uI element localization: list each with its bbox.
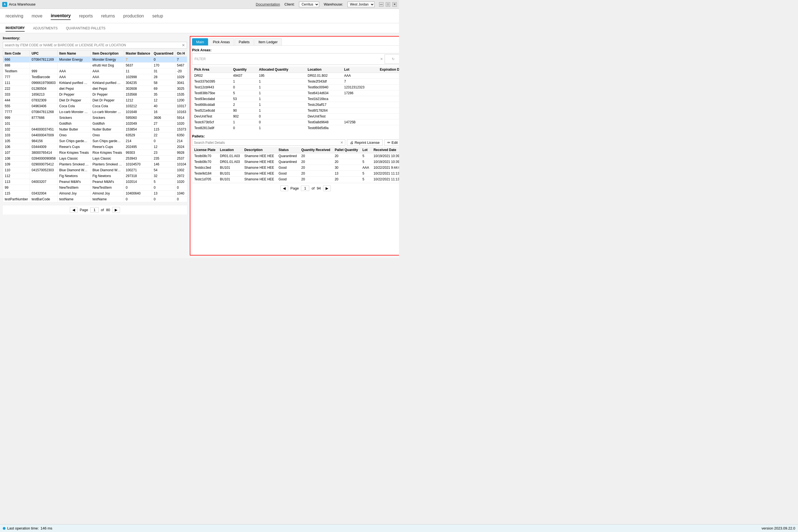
pallet-prev-page-button[interactable]: ◀	[280, 185, 288, 191]
table-row[interactable]: 109029000075412Planters Smoked AlmondsPl…	[3, 162, 187, 167]
close-button[interactable]: ✕	[392, 2, 397, 7]
pt-col-pallet-qty: Pallet Quantity	[332, 147, 360, 153]
table-row[interactable]: Testc1d705BU101Shamone HEE HEEGood202051…	[192, 176, 399, 182]
table-row[interactable]: Testb08c70DR01.01.A03Shamone HEE HEEQuar…	[192, 153, 399, 159]
pallet-page-input[interactable]	[301, 186, 309, 191]
tab-item-ledger[interactable]: Item Ledger	[254, 38, 282, 45]
table-row[interactable]: 55504963406Coca ColaCoca Cola10321240103…	[3, 103, 187, 109]
pt-col-location: Location	[218, 147, 242, 153]
table-row[interactable]: 11503432004Almond JoyAlmond Joy104006401…	[3, 191, 187, 196]
nav-returns[interactable]: returns	[101, 13, 115, 20]
maximize-button[interactable]: □	[386, 2, 390, 7]
pallet-search-container: ✕	[192, 139, 345, 146]
right-panel: Main Pick Areas Pallets Item Ledger Pick…	[190, 36, 399, 255]
nav-production[interactable]: production	[123, 13, 144, 20]
table-row[interactable]: 44407832309Diet Dr PepperDiet Dr Pepper1…	[3, 97, 187, 103]
table-row[interactable]: 1080284000090858Lays ClassicLays Classic…	[3, 156, 187, 162]
warehouse-select[interactable]: West Jordan	[347, 2, 375, 7]
table-row[interactable]: 11304003207Peanut M&M'sPeanut M&M's10201…	[3, 179, 187, 185]
table-row[interactable]: 22201280504diet Pepsidiet Pepsi302608693…	[3, 86, 187, 92]
title-bar: A Arca Warehouse Documentation Client: C…	[0, 0, 399, 9]
pt-col-license: License Plate	[192, 147, 218, 153]
table-row[interactable]: testPartNumbertestBarCodetestNametestNam…	[3, 196, 187, 202]
subnav-adjustments[interactable]: ADJUSTMENTS	[33, 25, 58, 31]
tab-pallets[interactable]: Pallets	[235, 38, 254, 45]
table-row[interactable]: DR0249437195DR02.01.B02AAA	[192, 73, 399, 79]
recal-icon: ↻	[387, 57, 399, 61]
table-row[interactable]: 1110966619756803Kirkland purified waterK…	[3, 80, 187, 86]
table-row[interactable]: Test82813a9f01Testd69d5d9a	[192, 125, 399, 131]
minimize-button[interactable]: —	[379, 2, 383, 7]
col-onh: On H	[175, 51, 187, 57]
subnav-inventory[interactable]: INVENTORY	[5, 25, 25, 32]
pallet-toolbar: ✕ 🖨 Reprint License ✏ Edit + New	[192, 139, 399, 146]
table-row[interactable]: 112Fig NewtonsFig Newtons297318322972	[3, 173, 187, 179]
page-input[interactable]	[90, 207, 99, 212]
tabs-bar: Main Pick Areas Pallets Item Ledger	[192, 38, 399, 46]
pallet-next-page-button[interactable]: ▶	[323, 185, 331, 191]
tab-pick-areas[interactable]: Pick Areas	[209, 38, 234, 45]
subnav-quarantined[interactable]: QUARANTINED PALLETS	[66, 25, 105, 31]
table-row[interactable]: 10603444009Reese's CupsReese's Cups20249…	[3, 144, 187, 150]
reprint-license-button[interactable]: 🖨 Reprint License	[347, 139, 383, 146]
main-content: Inventory: ✕ Item Code UPC Item Name Ite…	[0, 33, 399, 258]
table-row[interactable]: 777TestBarcodeAAAAAA102998281029	[3, 74, 187, 80]
pallets-section: Pallets: ✕ 🖨 Reprint License ✏ Edit + Ne…	[192, 134, 399, 193]
pallet-search-clear-icon[interactable]: ✕	[340, 140, 343, 145]
table-row[interactable]: 888efrutti Hot Dog56371705467	[3, 63, 187, 69]
nav-inventory[interactable]: inventory	[51, 12, 71, 20]
table-row[interactable]: Test337b039511Teste2f343df7	[192, 79, 399, 84]
recal-inventory-button[interactable]: ↻ Recal Inventory	[385, 54, 399, 64]
warehouse-label: Warehouse:	[324, 2, 343, 6]
pallet-of-label: of	[311, 186, 315, 190]
table-row[interactable]: Teste9d184BU101Shamone HEE HEEGood201351…	[192, 171, 399, 176]
nav-reports[interactable]: reports	[79, 13, 93, 20]
table-row[interactable]: Testc673b5cf10Test0a8d964814725B	[192, 119, 399, 125]
inventory-table-scroll[interactable]: Item Code UPC Item Name Item Description…	[3, 50, 187, 202]
nav-bar: receiving move inventory reports returns…	[0, 9, 399, 23]
inventory-table: Item Code UPC Item Name Item Description…	[3, 50, 187, 202]
table-row[interactable]: 9998777666SnickersSnickers59506036065914	[3, 115, 187, 121]
pallet-table-scroll[interactable]: License Plate Location Description Statu…	[192, 147, 399, 182]
next-page-button[interactable]: ▶	[112, 207, 120, 213]
pallet-total-pages: 94	[317, 186, 321, 190]
col-item-desc: Item Description	[91, 51, 124, 57]
table-row[interactable]: 101GoldfishGoldfish102049271020	[3, 121, 187, 127]
table-row[interactable]: 99NewTestItemNewTestItem000	[3, 185, 187, 191]
prev-page-button[interactable]: ◀	[70, 207, 78, 213]
nav-setup[interactable]: setup	[152, 13, 163, 20]
tab-main[interactable]: Main	[192, 38, 208, 45]
table-row[interactable]: 7777070847811268Lo-carb Monster EnergyLo…	[3, 109, 187, 115]
table-row[interactable]: Test668cdda821Testc26aff17	[192, 102, 399, 108]
pick-areas-table-scroll[interactable]: Pick Area Quantity Allocated Quantity Lo…	[192, 66, 399, 130]
client-select[interactable]: Cerritus	[299, 2, 319, 7]
table-row[interactable]: Testb08c70DR01.01.A03Shamone HEE HEEQuar…	[192, 159, 399, 165]
nav-receiving[interactable]: receiving	[5, 13, 23, 20]
nav-move[interactable]: move	[32, 13, 42, 20]
table-row[interactable]: 103044000047009OreoOreo63529226350	[3, 132, 187, 138]
filter-placeholder: FILTER	[194, 57, 380, 61]
inventory-pagination: ◀ Page of 80 ▶	[3, 205, 187, 214]
table-row[interactable]: 666070847811169Monster EnergyMonster Ene…	[3, 57, 187, 63]
edit-button[interactable]: ✏ Edit	[384, 139, 399, 146]
col-item-code: Item Code	[3, 51, 30, 57]
table-row[interactable]: 102044000037451Nutter ButterNutter Butte…	[3, 127, 187, 132]
filter-clear-icon[interactable]: ✕	[380, 57, 383, 61]
table-row[interactable]: Testdcc3edBU101Shamone HEE HEEGood2030AA…	[192, 165, 399, 171]
table-row[interactable]: 10738000765414Rice Krispies TreatsRice K…	[3, 150, 187, 156]
pallet-page-label: Page	[290, 186, 299, 190]
search-input[interactable]	[5, 43, 180, 47]
page-label: Page	[80, 208, 88, 212]
table-row[interactable]: Test12cbf44301Test6bc0094012312312323	[192, 84, 399, 90]
table-row[interactable]: Test93ecdabd531Test1b216bca	[192, 96, 399, 102]
table-row[interactable]: TestItem999AAAAAA1131-20	[3, 69, 187, 74]
doc-link[interactable]: Documentation	[256, 2, 280, 6]
search-clear-icon[interactable]: ✕	[182, 43, 185, 48]
table-row[interactable]: DevUnitTest9020DevUnitTest	[192, 114, 399, 119]
table-row[interactable]: 105984156Sun Chips garden SalsaSun Chips…	[3, 138, 187, 144]
table-row[interactable]: Test521e8cdd901Test6f178264	[192, 108, 399, 114]
table-row[interactable]: 3331656213Dr PepperDr Pepper153568351535	[3, 92, 187, 97]
table-row[interactable]: Test838b75be51Test6414d63417286	[192, 90, 399, 96]
pallet-search-input[interactable]	[194, 141, 340, 145]
table-row[interactable]: 110041570052303Blue Diamond Wasabi Almon…	[3, 167, 187, 173]
